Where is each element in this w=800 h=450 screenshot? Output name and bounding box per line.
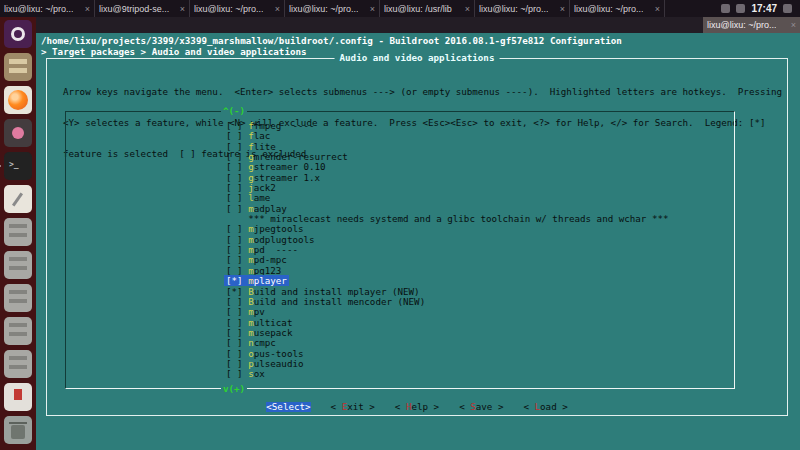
- tab-close-icon[interactable]: ×: [180, 4, 185, 14]
- terminal-tab[interactable]: lixu@lixu: ~/pro...×: [190, 0, 285, 17]
- launcher-icon-terminal[interactable]: [4, 152, 32, 180]
- item-label: pv: [254, 306, 265, 317]
- item-label: lite: [254, 141, 276, 152]
- checkbox[interactable]: [ ]: [226, 337, 248, 348]
- launcher-icon-archive-drawer-4[interactable]: [4, 317, 32, 345]
- item-label: ame: [254, 192, 271, 203]
- item-label: player: [254, 275, 287, 286]
- dialog-buttons: <Select>< Exit >< Help >< Save >< Load >: [47, 402, 787, 412]
- menu-item-mpg123[interactable]: [ ] mpg123: [226, 266, 669, 276]
- desktop: lixu@lixu: ~/pro...×lixu@9tripod-se...×l…: [0, 0, 800, 450]
- terminal-window[interactable]: /home/lixu/projects/3399/x3399_marshmall…: [36, 33, 800, 450]
- unity-launcher: [0, 17, 36, 450]
- checkbox[interactable]: [ ]: [226, 141, 248, 152]
- launcher-icon-archive-drawer-5[interactable]: [4, 350, 32, 378]
- launcher-icon-trash[interactable]: [4, 416, 32, 444]
- item-label: ack2: [254, 182, 276, 193]
- menu-list-box: ^(-) [ ] ffmpeg ----[ ] flac[ ] flite[ ]…: [65, 111, 735, 389]
- terminal-tab[interactable]: lixu@lixu: ~/pro...×: [285, 0, 380, 17]
- checkbox[interactable]: [ ]: [226, 358, 248, 369]
- launcher-icon-archive-drawer-1[interactable]: [4, 218, 32, 246]
- checkbox[interactable]: [ ]: [226, 120, 248, 131]
- checkbox[interactable]: [ ]: [226, 348, 248, 359]
- checkbox[interactable]: [ ]: [226, 130, 248, 141]
- menu-item-ffmpeg[interactable]: [ ] ffmpeg ----: [226, 121, 669, 131]
- network-indicator-icon[interactable]: [721, 4, 730, 13]
- breadcrumb: > Target packages > Audio and video appl…: [41, 47, 307, 57]
- checkbox[interactable]: [ ]: [226, 203, 248, 214]
- dialog-button-select[interactable]: <Select>: [266, 402, 310, 412]
- dialog-title: Audio and video applications: [335, 53, 500, 63]
- checkbox[interactable]: [*]: [226, 275, 248, 286]
- terminal-tab-active[interactable]: lixu@lixu: ~/pro... ×: [703, 17, 800, 33]
- menu-item-lame[interactable]: [ ] lame: [226, 193, 669, 203]
- checkbox[interactable]: [ ]: [226, 182, 248, 193]
- item-label: pd-mpc: [254, 254, 287, 265]
- menu-item-musepack[interactable]: [ ] musepack: [226, 328, 669, 338]
- checkbox[interactable]: [ ]: [226, 223, 248, 234]
- dialog-button-exit[interactable]: < Exit >: [331, 402, 375, 412]
- terminal-tab[interactable]: lixu@lixu: ~/pro...×: [570, 0, 665, 17]
- tab-close-icon[interactable]: ×: [560, 4, 565, 14]
- item-label: jpegtools: [254, 223, 304, 234]
- checkbox[interactable]: [ ]: [226, 317, 248, 328]
- top-panel: lixu@lixu: ~/pro...×lixu@9tripod-se...×l…: [0, 0, 800, 17]
- tab-close-icon[interactable]: ×: [465, 4, 470, 14]
- item-label: uild and install mencoder (NEW): [254, 296, 425, 307]
- checkbox[interactable]: [ ]: [226, 368, 248, 379]
- tab-close-icon[interactable]: ×: [370, 4, 375, 14]
- tab-close-icon[interactable]: ×: [791, 20, 796, 30]
- checkbox[interactable]: [ ]: [226, 244, 248, 255]
- terminal-tab[interactable]: lixu@lixu: /usr/lib×: [380, 0, 475, 17]
- menu-item-jack2[interactable]: [ ] jack2: [226, 183, 669, 193]
- menu-item-flac[interactable]: [ ] flac: [226, 131, 669, 141]
- indicator-area: 17:47: [713, 0, 800, 17]
- checkbox[interactable]: [ ]: [226, 306, 248, 317]
- tab-label: lixu@9tripod-se...: [99, 4, 169, 14]
- launcher-icon-usb-storage[interactable]: [4, 383, 32, 411]
- menu-item-build-and-install-mencoder-new[interactable]: [ ] Build and install mencoder (NEW): [226, 297, 669, 307]
- checkbox[interactable]: [*]: [226, 286, 248, 297]
- dialog-button-help[interactable]: < Help >: [395, 402, 439, 412]
- item-label: ox: [254, 368, 265, 379]
- menuconfig-dialog: Audio and video applications Arrow keys …: [46, 58, 788, 416]
- checkbox[interactable]: [ ]: [226, 192, 248, 203]
- dialog-button-load[interactable]: < Load >: [523, 402, 567, 412]
- tab-close-icon[interactable]: ×: [655, 4, 660, 14]
- dialog-button-save[interactable]: < Save >: [459, 402, 503, 412]
- checkbox[interactable]: [ ]: [226, 161, 248, 172]
- menu-item-pulseaudio[interactable]: [ ] pulseaudio: [226, 359, 669, 369]
- launcher-icon-text-editor[interactable]: [4, 185, 32, 213]
- launcher-icon-file-manager[interactable]: [4, 53, 32, 81]
- checkbox[interactable]: [ ]: [226, 265, 248, 276]
- menu-item-mpd-mpc[interactable]: [ ] mpd-mpc: [226, 255, 669, 265]
- terminal-tab[interactable]: lixu@lixu: ~/pro...×: [0, 0, 95, 17]
- item-label: pd ----: [254, 244, 298, 255]
- sound-indicator-icon[interactable]: [736, 4, 745, 13]
- checkbox[interactable]: [ ]: [226, 172, 248, 183]
- checkbox[interactable]: [ ]: [226, 254, 248, 265]
- terminal-tab[interactable]: lixu@9tripod-se...×: [95, 0, 190, 17]
- menu-item-mpd[interactable]: [ ] mpd ----: [226, 245, 669, 255]
- tab-label: lixu@lixu: ~/pro...: [4, 4, 73, 14]
- tab-close-icon[interactable]: ×: [85, 4, 90, 14]
- launcher-icon-archive-drawer-2[interactable]: [4, 251, 32, 279]
- checkbox[interactable]: [ ]: [226, 327, 248, 338]
- checkbox[interactable]: [ ]: [226, 151, 248, 162]
- checkbox[interactable]: [ ]: [226, 296, 248, 307]
- launcher-icon-firefox[interactable]: [4, 86, 32, 114]
- menu-item-gstreamer-1-x[interactable]: [ ] gstreamer 1.x: [226, 173, 669, 183]
- item-label: adplay: [254, 203, 287, 214]
- launcher-icon-screenshot-tool[interactable]: [4, 119, 32, 147]
- session-menu-icon[interactable]: [783, 4, 792, 13]
- tab-close-icon[interactable]: ×: [275, 4, 280, 14]
- checkbox[interactable]: [ ]: [226, 234, 248, 245]
- launcher-icon-dash-home[interactable]: [4, 20, 32, 48]
- menu-item-sox[interactable]: [ ] sox: [226, 369, 669, 379]
- launcher-icon-archive-drawer-3[interactable]: [4, 284, 32, 312]
- tab-bar-second-row: lixu@lixu: ~/pro... ×: [36, 17, 800, 33]
- clock[interactable]: 17:47: [751, 3, 777, 14]
- terminal-tab[interactable]: lixu@lixu: ~/pro...×: [475, 0, 570, 17]
- item-label: ulticat: [254, 317, 293, 328]
- tab-label: lixu@lixu: ~/pro...: [194, 4, 263, 14]
